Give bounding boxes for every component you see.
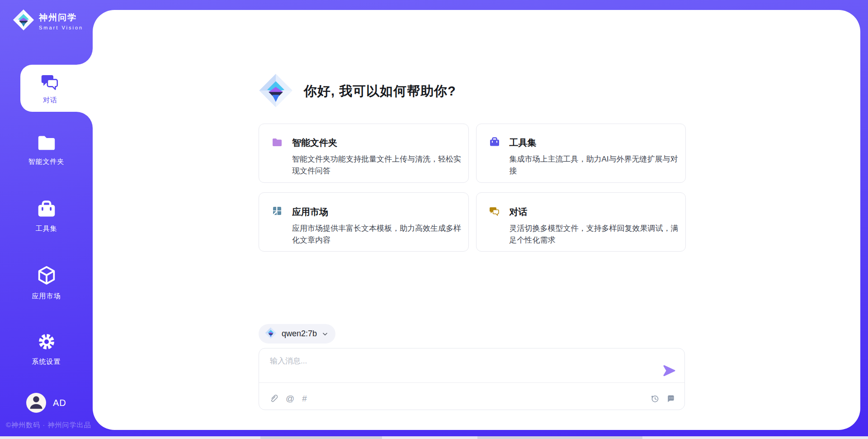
user-name: AD (53, 398, 66, 408)
diamond-logo-icon (265, 327, 277, 341)
card-toolset[interactable]: 工具集 集成市场上主流工具，助力AI与外界无缝扩展与对接 (476, 124, 686, 183)
user-profile[interactable]: AD (26, 393, 66, 413)
card-app-market[interactable]: 应用市场 应用市场提供丰富长文本模板，助力高效生成多样化文章内容 (259, 192, 469, 252)
brand-subtitle: Smart Vision (39, 25, 83, 30)
toolbox-icon (489, 137, 500, 149)
chevron-down-icon (322, 331, 328, 337)
cube-icon (36, 265, 57, 288)
copyright-footer: ©神州数码 · 神州问学出品 (6, 421, 91, 429)
card-title: 工具集 (509, 137, 537, 149)
card-title: 应用市场 (292, 206, 328, 218)
brand-name: 神州问学 (39, 12, 83, 24)
paperclip-icon[interactable] (269, 393, 278, 403)
toolbox-icon (37, 200, 57, 220)
model-name: qwen2:7b (282, 329, 317, 339)
card-description: 集成市场上主流工具，助力AI与外界无缝扩展与对接 (509, 153, 679, 177)
diamond-logo-icon (13, 9, 34, 33)
gear-icon (37, 332, 57, 353)
folder-icon (272, 137, 283, 149)
sidebar-item-label: 应用市场 (32, 292, 61, 301)
person-icon (26, 393, 46, 413)
message-composer: @ # (259, 348, 685, 410)
sidebar-item-label: 对话 (43, 96, 57, 105)
card-description: 智能文件夹功能支持批量文件上传与清洗，轻松实现文件问答 (292, 153, 462, 177)
composer-right-tools (650, 394, 675, 403)
sidebar-item-label: 智能文件夹 (28, 157, 65, 166)
composer-left-tools: @ # (269, 393, 307, 403)
card-chat[interactable]: 对话 灵活切换多模型文件，支持多样回复效果调试，满足个性化需求 (476, 192, 686, 252)
chat-bubbles-icon (489, 205, 500, 218)
greeting-title: 你好, 我可以如何帮助你? (304, 82, 456, 100)
sidebar-item-app-market[interactable]: 应用市场 (0, 265, 93, 301)
card-description: 灵活切换多模型文件，支持多样回复效果调试，满足个性化需求 (509, 223, 679, 246)
app-window: 神州问学 Smart Vision 对话 智能文件夹 (0, 0, 868, 439)
sidebar-item-toolset[interactable]: 工具集 (0, 200, 93, 233)
greeting: 你好, 我可以如何帮助你? (259, 73, 456, 110)
model-selector[interactable]: qwen2:7b (259, 324, 335, 344)
composer-divider (259, 382, 684, 383)
diamond-logo-icon (259, 73, 293, 110)
main-content-panel: 你好, 我可以如何帮助你? 智能文件夹 智能文件夹功能支持批量文件上传与清洗，轻… (93, 10, 860, 430)
sidebar-item-label: 系统设置 (32, 358, 61, 366)
card-title: 智能文件夹 (292, 137, 337, 149)
sidebar-item-chat[interactable]: 对话 (20, 65, 93, 112)
hash-sign-icon[interactable]: # (302, 394, 307, 403)
folder-icon (37, 134, 57, 153)
sidebar-item-smart-folder[interactable]: 智能文件夹 (0, 134, 93, 166)
at-sign-icon[interactable]: @ (286, 394, 294, 403)
brand-logo: 神州问学 Smart Vision (13, 9, 83, 33)
chat-bubbles-icon (41, 72, 60, 93)
card-smart-folder[interactable]: 智能文件夹 智能文件夹功能支持批量文件上传与清洗，轻松实现文件问答 (259, 124, 469, 183)
card-title: 对话 (509, 206, 528, 218)
message-input[interactable] (270, 356, 650, 379)
history-icon[interactable] (650, 394, 660, 403)
grid-icon (272, 205, 283, 218)
card-description: 应用市场提供丰富长文本模板，助力高效生成多样化文章内容 (292, 223, 462, 246)
comment-icon[interactable] (666, 394, 675, 403)
sidebar-item-settings[interactable]: 系统设置 (0, 332, 93, 366)
feature-cards: 智能文件夹 智能文件夹功能支持批量文件上传与清洗，轻松实现文件问答 工具集 (259, 124, 686, 252)
bottom-edge-strip (0, 436, 868, 439)
send-icon[interactable] (663, 365, 675, 378)
avatar (26, 393, 46, 413)
sidebar-item-label: 工具集 (36, 224, 57, 233)
